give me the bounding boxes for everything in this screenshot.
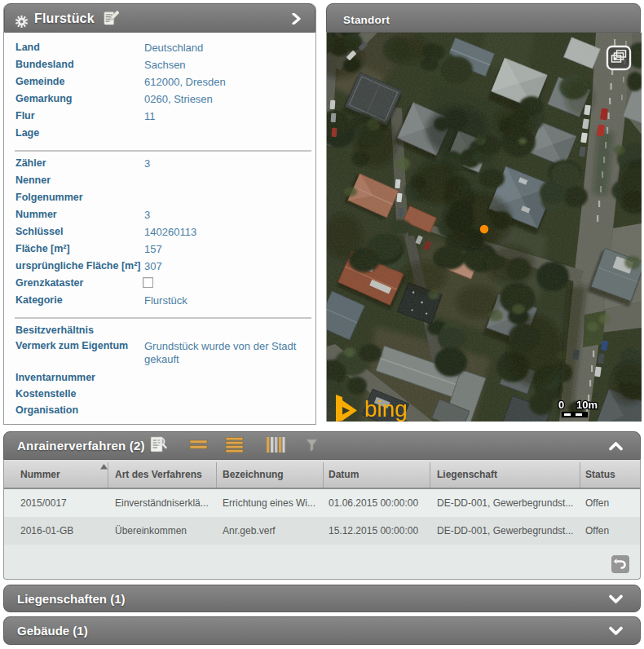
svg-text:10m: 10m — [576, 399, 598, 411]
svg-text:bing: bing — [364, 396, 408, 422]
svg-text:0: 0 — [558, 399, 564, 411]
